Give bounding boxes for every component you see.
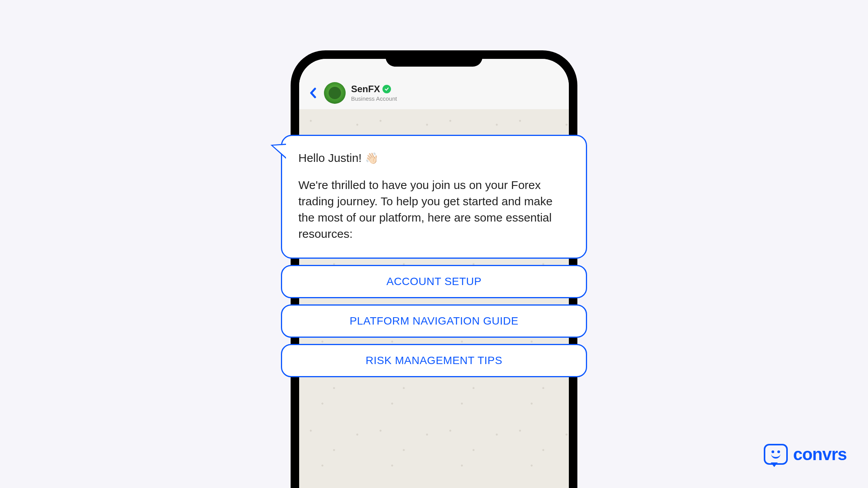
header-name-row: SenFX <box>351 84 397 95</box>
header-text: SenFX Business Account <box>351 84 397 102</box>
message-greeting-row: Hello Justin! 👋🏻 <box>298 150 570 166</box>
option-risk-tips[interactable]: RISK MANAGEMENT TIPS <box>281 344 587 377</box>
brand-chat-icon <box>764 444 788 465</box>
avatar-graphic <box>329 87 341 99</box>
chevron-left-icon <box>309 88 317 98</box>
option-platform-guide[interactable]: PLATFORM NAVIGATION GUIDE <box>281 304 587 338</box>
message-body: We're thrilled to have you join us on yo… <box>298 177 570 242</box>
message-bubble: Hello Justin! 👋🏻 We're thrilled to have … <box>281 135 587 259</box>
brand-name: convrs <box>793 445 847 464</box>
account-name: SenFX <box>351 84 380 95</box>
phone-notch <box>386 50 482 67</box>
avatar[interactable] <box>324 82 346 104</box>
verified-badge-icon <box>382 85 391 93</box>
message-group: Hello Justin! 👋🏻 We're thrilled to have … <box>281 135 587 377</box>
account-subtitle: Business Account <box>351 95 397 102</box>
wave-icon: 👋🏻 <box>365 152 379 164</box>
brand-logo: convrs <box>764 444 847 465</box>
option-account-setup[interactable]: ACCOUNT SETUP <box>281 265 587 298</box>
message-greeting: Hello Justin! <box>298 151 362 164</box>
back-button[interactable] <box>306 86 320 100</box>
